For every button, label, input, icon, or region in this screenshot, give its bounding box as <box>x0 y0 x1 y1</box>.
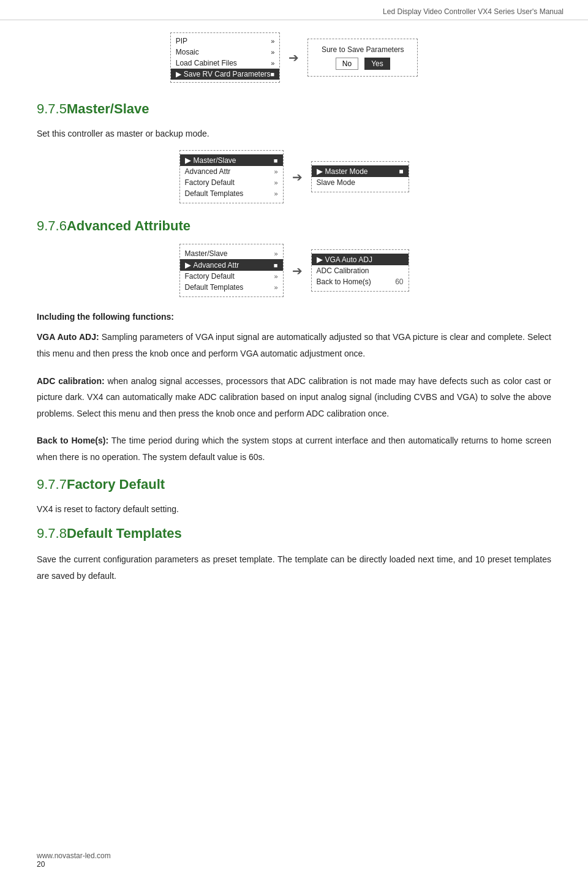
load-cabinet-label: Load Cabinet Files <box>176 59 237 67</box>
para-adc: ADC calibration: when analog signal acce… <box>37 373 551 422</box>
section976-heading: 9.7.6Advanced Attribute <box>37 218 551 234</box>
section977-desc: VX4 is reset to factory default setting. <box>37 502 551 516</box>
mosaic-arrow: » <box>271 48 274 56</box>
menu976-master-slave: Master/Slave » <box>180 248 283 259</box>
menu976-factory-default: Factory Default » <box>180 271 283 282</box>
menu976-label-factory: Factory Default <box>185 272 235 281</box>
section975-title: Master/Slave <box>67 101 149 116</box>
right976-back-value: 60 <box>395 277 403 286</box>
right976-vga-adj: ▶ VGA Auto ADJ <box>312 254 409 265</box>
right976-back-label: Back to Home(s) <box>317 277 371 286</box>
menu976-arrow1: » <box>274 250 277 257</box>
menu975-label-templates: Default Templates <box>185 189 244 198</box>
para-vga-adj: VGA Auto ADJ: Sampling parameters of VGA… <box>37 329 551 361</box>
save-params-title: Sure to Save Parameters <box>320 45 405 54</box>
right976-adc-label: ADC Calibration <box>317 266 369 275</box>
menu976-arrow4: » <box>274 284 277 291</box>
menu975-factory-default: Factory Default » <box>180 177 283 188</box>
section975-number: 9.7.5 <box>37 101 67 116</box>
menu975-arrow1: ■ <box>274 157 278 164</box>
section976-right-menu: ▶ VGA Auto ADJ ADC Calibration Back to H… <box>311 249 409 292</box>
top-menu-item-save-rv: ▶ Save RV Card Parameters ■ <box>171 69 280 80</box>
load-cabinet-arrow: » <box>271 59 274 67</box>
menu975-arrow4: » <box>274 190 277 197</box>
para-vga-adj-text: Sampling parameters of VGA input signal … <box>37 332 551 358</box>
top-menu-item-pip: PIP » <box>171 36 280 47</box>
menu975-label-advanced: Advanced Attr <box>185 167 231 176</box>
menu976-label-advanced: Advanced Attr <box>194 261 239 270</box>
section977-heading: 9.7.7Factory Default <box>37 477 551 493</box>
section977-number: 9.7.7 <box>37 477 67 492</box>
section978-number: 9.7.8 <box>37 526 67 541</box>
para-back-home: Back to Home(s): The time period during … <box>37 432 551 465</box>
right975-master-mode: ▶ Master Mode ■ <box>312 165 409 177</box>
yes-button[interactable]: Yes <box>364 58 390 70</box>
para-adc-bold: ADC calibration: <box>37 376 105 386</box>
page-footer: www.novastar-led.com 20 <box>37 851 111 869</box>
save-params-buttons: No Yes <box>320 58 405 70</box>
save-rv-icon: ▶ <box>176 70 181 78</box>
top-left-menu-box: PIP » Mosaic » Load Cabinet Files » ▶ Sa… <box>170 32 281 83</box>
section976-title: Advanced Attribute <box>67 218 190 233</box>
menu975-label-factory: Factory Default <box>185 178 235 187</box>
right975-slave-label: Slave Mode <box>317 178 355 187</box>
section978-heading: 9.7.8Default Templates <box>37 526 551 542</box>
para-vga-adj-bold: VGA Auto ADJ: <box>37 332 99 342</box>
menu975-default-templates: Default Templates » <box>180 188 283 199</box>
save-rv-label: Save RV Card Parameters <box>184 70 271 78</box>
menu975-arrow3: » <box>274 179 277 186</box>
section975-diagram: ▶ Master/Slave ■ Advanced Attr » Factory… <box>37 150 551 203</box>
menu976-label-masterslave: Master/Slave <box>185 249 228 258</box>
mosaic-label: Mosaic <box>176 48 199 56</box>
right975-master-value: ■ <box>399 167 403 176</box>
right975-master-label: Master Mode <box>325 167 368 176</box>
footer-page: 20 <box>37 860 111 869</box>
para-back-home-bold: Back to Home(s): <box>37 436 108 445</box>
section976-number: 9.7.6 <box>37 218 67 233</box>
menu976-default-templates: Default Templates » <box>180 282 283 293</box>
para-adc-text: when analog signal accesses, processors … <box>37 376 551 418</box>
menu975-icon: ▶ <box>185 156 191 165</box>
section976-diagram: Master/Slave » ▶ Advanced Attr ■ Factory… <box>37 244 551 297</box>
section975-left-menu: ▶ Master/Slave ■ Advanced Attr » Factory… <box>179 150 284 203</box>
right976-back-home: Back to Home(s) 60 <box>312 276 409 287</box>
connector-arrow-top: ➔ <box>288 50 299 65</box>
menu975-master-slave: ▶ Master/Slave ■ <box>180 154 283 166</box>
pip-arrow: » <box>271 37 274 45</box>
right976-icon: ▶ <box>317 255 323 264</box>
header-title: Led Display Video Controller VX4 Series … <box>383 7 564 16</box>
section978-desc: Save the current configuration parameter… <box>37 551 551 584</box>
menu976-arrow3: » <box>274 273 277 280</box>
connector-arrow-976: ➔ <box>292 263 303 278</box>
section978-title: Default Templates <box>67 526 182 541</box>
section975-right-menu: ▶ Master Mode ■ Slave Mode <box>311 161 409 192</box>
section975-heading: 9.7.5Master/Slave <box>37 101 551 117</box>
top-diagram: PIP » Mosaic » Load Cabinet Files » ▶ Sa… <box>37 32 551 83</box>
menu976-label-templates: Default Templates <box>185 283 244 292</box>
menu976-arrow2: ■ <box>274 262 278 269</box>
menu975-label-masterslave: Master/Slave <box>194 156 236 165</box>
top-menu-item-mosaic: Mosaic » <box>171 47 280 58</box>
para-back-home-text: The time period during which the system … <box>37 436 551 462</box>
save-params-box: Sure to Save Parameters No Yes <box>307 39 418 77</box>
including-label: Including the following functions: <box>37 312 551 322</box>
right975-icon: ▶ <box>317 167 323 176</box>
section977-title: Factory Default <box>67 477 165 492</box>
connector-arrow-975: ➔ <box>292 170 303 184</box>
menu976-icon: ▶ <box>185 260 191 270</box>
right976-vga-label: VGA Auto ADJ <box>325 255 372 264</box>
menu975-arrow2: » <box>274 168 277 175</box>
no-button[interactable]: No <box>336 58 358 70</box>
section976-left-menu: Master/Slave » ▶ Advanced Attr ■ Factory… <box>179 244 284 297</box>
right975-slave-mode: Slave Mode <box>312 177 409 188</box>
page-header: Led Display Video Controller VX4 Series … <box>0 0 588 20</box>
menu975-advanced-attr: Advanced Attr » <box>180 166 283 177</box>
right976-adc-calibration: ADC Calibration <box>312 265 409 276</box>
pip-label: PIP <box>176 37 187 45</box>
menu976-advanced-attr: ▶ Advanced Attr ■ <box>180 259 283 271</box>
save-rv-arrow: ■ <box>271 70 275 78</box>
footer-website: www.novastar-led.com <box>37 851 111 860</box>
section975-desc: Set this controller as master or backup … <box>37 127 551 140</box>
top-menu-item-load-cabinet: Load Cabinet Files » <box>171 58 280 69</box>
